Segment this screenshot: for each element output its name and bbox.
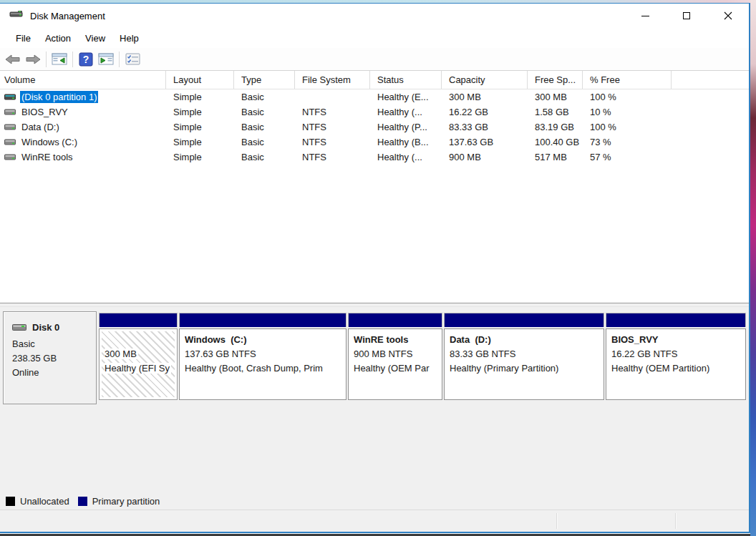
volume-icon <box>4 124 16 130</box>
cell-pct-free: 73 % <box>583 137 672 147</box>
forward-button[interactable] <box>23 50 43 69</box>
volume-row-windows-c[interactable]: Windows (C:) Simple Basic NTFS Healthy (… <box>0 135 749 150</box>
menu-file[interactable]: File <box>9 31 38 46</box>
unallocated-label: Unallocated <box>20 496 69 507</box>
partition-color-bar <box>606 313 746 327</box>
partition-size: 300 MB <box>105 349 138 359</box>
header-type[interactable]: Type <box>234 71 295 89</box>
volume-row-bios-rvy[interactable]: BIOS_RVY Simple Basic NTFS Healthy (... … <box>0 104 749 120</box>
cell-type: Basic <box>234 92 295 102</box>
minimize-icon <box>641 16 649 16</box>
partition-title: Data (D:) <box>450 333 598 347</box>
partition-title: Windows (C:) <box>185 333 341 347</box>
help-button[interactable]: ? <box>76 50 96 69</box>
partition-windows-c[interactable]: Windows (C:) 137.63 GB NTFS Healthy (Boo… <box>179 313 346 400</box>
customize-button[interactable] <box>122 50 142 69</box>
cell-status: Healthy (E... <box>370 92 442 102</box>
back-button[interactable] <box>3 50 23 69</box>
cell-capacity: 83.33 GB <box>442 122 528 132</box>
cell-free-space: 1.58 GB <box>528 107 583 117</box>
volume-icon <box>4 139 16 145</box>
cell-status: Healthy (... <box>370 107 442 117</box>
partition-status: Healthy (Primary Partition) <box>450 361 598 376</box>
cell-free-space: 83.19 GB <box>528 122 583 132</box>
toolbar-separator <box>46 52 47 67</box>
header-free-space[interactable]: Free Sp... <box>528 71 583 89</box>
close-icon <box>724 11 732 20</box>
header-filler <box>672 71 749 89</box>
menu-action[interactable]: Action <box>38 31 78 46</box>
close-button[interactable] <box>707 4 749 28</box>
maximize-button[interactable] <box>666 4 707 28</box>
volume-name: WinRE tools <box>20 151 74 163</box>
maximize-icon <box>683 12 690 19</box>
toolbar: ? <box>0 48 749 71</box>
header-volume[interactable]: Volume <box>0 71 166 89</box>
disk-management-window: Disk Management File Action View Help <box>0 3 750 533</box>
partition-title: WinRE tools <box>354 333 437 347</box>
disk0-info-panel[interactable]: Disk 0 Basic 238.35 GB Online <box>3 311 97 404</box>
header-pct-free[interactable]: % Free <box>583 71 672 89</box>
disk-type: Basic <box>12 337 96 351</box>
volume-list-header: Volume Layout Type File System Status Ca… <box>0 71 749 89</box>
volume-name: Windows (C:) <box>20 136 79 148</box>
partition-title: BIOS_RVY <box>611 333 740 347</box>
action-pane-icon <box>98 53 114 65</box>
partition-color-bar <box>348 313 442 327</box>
window-title: Disk Management <box>30 11 105 21</box>
show-console-tree-button[interactable] <box>49 50 69 69</box>
title-bar: Disk Management <box>0 4 749 28</box>
partition-strip: 300 MB Healthy (EFI Sy Windows (C:) 137.… <box>99 313 746 404</box>
volume-row-data-d[interactable]: Data (D:) Simple Basic NTFS Healthy (P..… <box>0 120 749 135</box>
disk-icon <box>12 323 26 331</box>
partition-efi-selected[interactable]: 300 MB Healthy (EFI Sy <box>99 313 178 400</box>
volume-row-winre-tools[interactable]: WinRE tools Simple Basic NTFS Healthy (.… <box>0 150 749 165</box>
cell-pct-free: 10 % <box>583 107 672 117</box>
cell-pct-free: 100 % <box>583 92 672 102</box>
disk-graphical-view: Disk 0 Basic 238.35 GB Online 300 MB Hea… <box>0 307 749 492</box>
show-action-pane-button[interactable] <box>96 50 116 69</box>
status-bar-divider <box>675 513 676 529</box>
cell-file-system: NTFS <box>295 137 370 147</box>
minimize-button[interactable] <box>624 4 666 28</box>
partition-size: 900 MB NTFS <box>354 347 437 361</box>
cell-pct-free: 57 % <box>583 152 672 162</box>
volume-icon <box>4 154 16 160</box>
cell-free-space: 100.40 GB <box>528 137 583 147</box>
cell-layout: Simple <box>166 152 234 162</box>
volume-name: Data (D:) <box>20 121 61 133</box>
volume-icon <box>4 94 16 100</box>
volume-name: BIOS_RVY <box>20 106 69 118</box>
cell-type: Basic <box>234 152 295 162</box>
cell-free-space: 300 MB <box>528 92 583 102</box>
cell-capacity: 137.63 GB <box>442 137 528 147</box>
partition-size: 16.22 GB NTFS <box>611 347 740 361</box>
cell-status: Healthy (... <box>370 152 442 162</box>
partition-bios-rvy[interactable]: BIOS_RVY 16.22 GB NTFS Healthy (OEM Part… <box>606 313 746 400</box>
menu-help[interactable]: Help <box>112 31 146 46</box>
cell-capacity: 900 MB <box>442 152 528 162</box>
menu-bar: File Action View Help <box>0 28 749 48</box>
primary-partition-swatch <box>78 497 87 506</box>
header-file-system[interactable]: File System <box>295 71 370 89</box>
disk-name: Disk 0 <box>32 322 59 333</box>
partition-status: Healthy (EFI Sy <box>105 363 171 374</box>
cell-type: Basic <box>234 137 295 147</box>
menu-view[interactable]: View <box>78 31 112 46</box>
cell-capacity: 300 MB <box>442 92 528 102</box>
cell-status: Healthy (P... <box>370 122 442 132</box>
partition-status: Healthy (OEM Par <box>354 361 437 376</box>
volume-row-disk0-partition1[interactable]: (Disk 0 partition 1) Simple Basic Health… <box>0 89 749 104</box>
partition-winre-tools[interactable]: WinRE tools 900 MB NTFS Healthy (OEM Par <box>348 313 442 400</box>
header-status[interactable]: Status <box>370 71 442 89</box>
primary-partition-label: Primary partition <box>92 496 160 507</box>
partition-data-d[interactable]: Data (D:) 83.33 GB NTFS Healthy (Primary… <box>444 313 604 400</box>
status-bar-divider <box>556 513 557 529</box>
partition-status: Healthy (Boot, Crash Dump, Prim <box>185 361 341 376</box>
header-capacity[interactable]: Capacity <box>442 71 528 89</box>
help-icon: ? <box>79 52 93 67</box>
header-layout[interactable]: Layout <box>166 71 234 89</box>
partition-status: Healthy (OEM Partition) <box>611 361 740 376</box>
partition-color-bar <box>444 313 604 327</box>
cell-type: Basic <box>234 122 295 132</box>
